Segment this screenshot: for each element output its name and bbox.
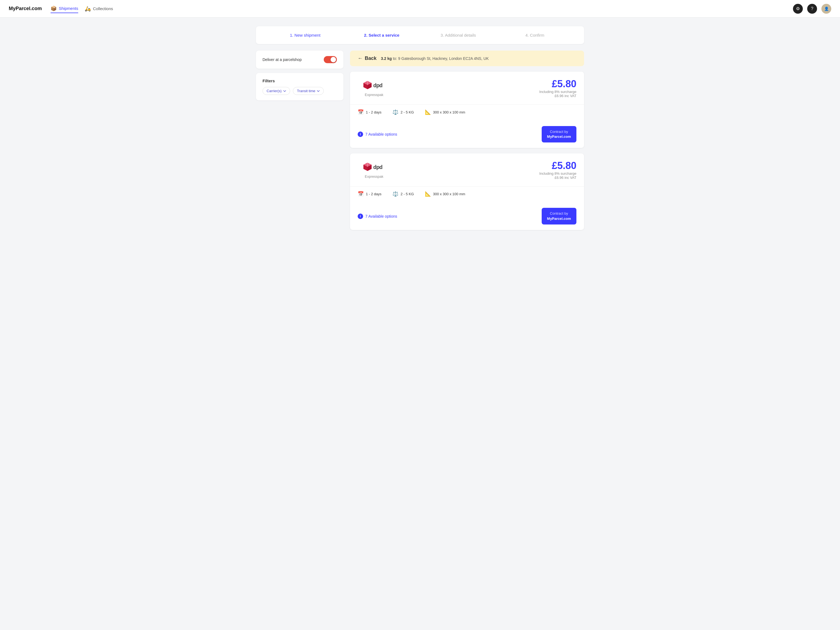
price-section-2: £5.80 Including 8% surcharge £6.96 inc V… [539, 160, 576, 180]
parcelshop-toggle[interactable] [324, 56, 337, 63]
filter-carriers[interactable]: Carrier(s) [262, 87, 290, 95]
stepper: 1. New shipment 2. Select a service 3. A… [256, 26, 584, 44]
calendar-icon: 📅 [358, 109, 364, 115]
dimensions-icon: 📐 [425, 109, 431, 115]
filters-title: Filters [262, 79, 337, 83]
svg-text:dpd: dpd [373, 164, 382, 170]
price-section-1: £5.80 Including 8% surcharge £6.96 inc V… [539, 78, 576, 98]
card-footer-2: i 7 Available options Contract by MyParc… [350, 205, 584, 230]
service-card-1: dpd Expresspak £5.80 Including 8% surcha… [350, 72, 584, 148]
filters-card: Filters Carrier(s) Transit time [256, 73, 343, 100]
contract-button-1[interactable]: Contract by MyParcel.com [542, 126, 576, 142]
logo[interactable]: MyParcel.com [9, 6, 42, 11]
carrier-logo-2: dpd Expresspak [358, 161, 390, 178]
logo-text: MyParcel.com [9, 6, 42, 11]
back-bar: ← Back 3.2 kg to: 9 Gatesborough St, Hac… [350, 51, 584, 66]
step-new-shipment[interactable]: 1. New shipment [267, 33, 343, 38]
price-2: £5.80 [539, 160, 576, 171]
filter-transit[interactable]: Transit time [293, 87, 324, 95]
contract-button-2[interactable]: Contract by MyParcel.com [542, 208, 576, 224]
parcelshop-card: Deliver at a parcelshop [256, 51, 343, 69]
nav-collections[interactable]: 🛵 Collections [85, 5, 113, 13]
available-options-1[interactable]: i 7 Available options [358, 131, 397, 137]
collections-icon: 🛵 [85, 6, 91, 12]
price-1: £5.80 [539, 78, 576, 90]
carrier-logo-1: dpd Expresspak [358, 79, 390, 97]
card-footer-1: i 7 Available options Contract by MyParc… [350, 123, 584, 148]
transit-detail-1: 📅 1 - 2 days [358, 109, 381, 115]
nav-collections-label: Collections [93, 6, 113, 11]
dimensions-icon-2: 📐 [425, 191, 431, 197]
settings-button[interactable]: ⚙ [793, 4, 803, 14]
nav-items: 📦 Shipments 🛵 Collections [51, 5, 784, 13]
step-confirm[interactable]: 4. Confirm [497, 33, 573, 38]
service-name-1: Expresspak [365, 93, 384, 97]
weight-icon-2: ⚖️ [392, 191, 398, 197]
surcharge-2: Including 8% surcharge [539, 171, 576, 175]
svg-text:dpd: dpd [373, 82, 382, 88]
weight-icon: ⚖️ [392, 109, 398, 115]
transit-detail-2: 📅 1 - 2 days [358, 191, 381, 197]
dimensions-detail-2: 📐 300 x 300 x 100 mm [425, 191, 466, 197]
step-additional-details[interactable]: 3. Additional details [420, 33, 497, 38]
shipments-icon: 📦 [51, 5, 57, 11]
chevron-down-icon [317, 90, 320, 92]
dpd-svg-2: dpd [362, 161, 386, 174]
help-button[interactable]: ? [807, 4, 817, 14]
info-icon-1: i [358, 131, 363, 137]
parcelshop-toggle-row: Deliver at a parcelshop [262, 56, 337, 63]
card-top-1: dpd Expresspak £5.80 Including 8% surcha… [350, 72, 584, 104]
surcharge-1: Including 8% surcharge [539, 90, 576, 94]
step-select-service[interactable]: 2. Select a service [343, 33, 420, 38]
right-panel: ← Back 3.2 kg to: 9 Gatesborough St, Hac… [350, 51, 584, 235]
parcelshop-label: Deliver at a parcelshop [262, 57, 302, 62]
chevron-down-icon [283, 90, 286, 92]
service-card-2: dpd Expresspak £5.80 Including 8% surcha… [350, 153, 584, 230]
weight-detail-2: ⚖️ 2 - 5 KG [392, 191, 414, 197]
nav-shipments[interactable]: 📦 Shipments [51, 5, 78, 13]
nav-right: ⚙ ? 👤 [793, 4, 831, 14]
avatar[interactable]: 👤 [821, 4, 831, 14]
card-details-1: 📅 1 - 2 days ⚖️ 2 - 5 KG 📐 300 x 300 x 1… [350, 104, 584, 123]
card-top-2: dpd Expresspak £5.80 Including 8% surcha… [350, 153, 584, 186]
weight-detail-1: ⚖️ 2 - 5 KG [392, 109, 414, 115]
vat-1: £6.96 inc VAT [539, 94, 576, 98]
vat-2: £6.96 inc VAT [539, 175, 576, 180]
detail-row-1: 📅 1 - 2 days ⚖️ 2 - 5 KG 📐 300 x 300 x 1… [358, 105, 576, 117]
content-row: Deliver at a parcelshop Filters Carrier(… [256, 51, 584, 235]
available-options-2[interactable]: i 7 Available options [358, 213, 397, 219]
card-details-2: 📅 1 - 2 days ⚖️ 2 - 5 KG 📐 300 x 300 x 1… [350, 186, 584, 205]
filter-chips: Carrier(s) Transit time [262, 87, 337, 95]
main-content: 1. New shipment 2. Select a service 3. A… [245, 17, 595, 244]
info-icon-2: i [358, 213, 363, 219]
detail-row-2: 📅 1 - 2 days ⚖️ 2 - 5 KG 📐 300 x 300 x 1… [358, 186, 576, 199]
service-name-2: Expresspak [365, 174, 384, 178]
calendar-icon-2: 📅 [358, 191, 364, 197]
dimensions-detail-1: 📐 300 x 300 x 100 mm [425, 109, 466, 115]
back-info: 3.2 kg to: 9 Gatesborough St, Hackney, L… [381, 56, 489, 61]
navbar: MyParcel.com 📦 Shipments 🛵 Collections ⚙… [0, 0, 840, 17]
sidebar: Deliver at a parcelshop Filters Carrier(… [256, 51, 343, 105]
nav-shipments-label: Shipments [59, 6, 78, 11]
dpd-svg-1: dpd [362, 79, 386, 92]
back-button[interactable]: ← Back [358, 55, 377, 61]
